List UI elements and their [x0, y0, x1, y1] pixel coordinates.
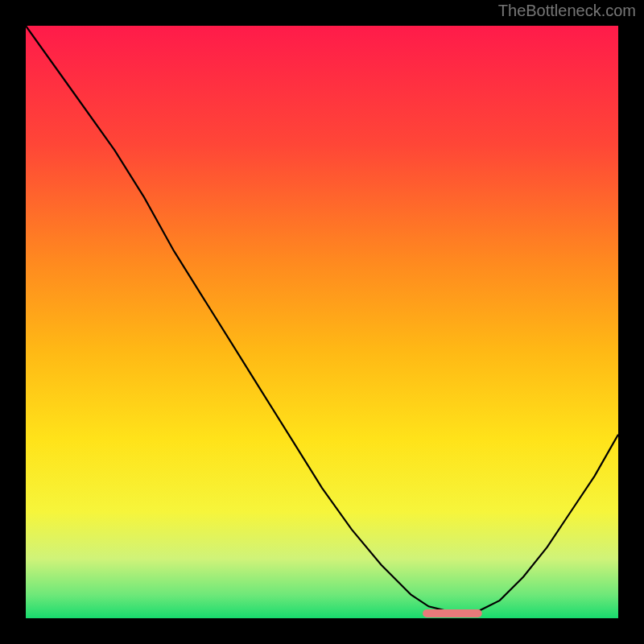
plot-area — [26, 26, 618, 618]
optimal-marker — [423, 609, 482, 617]
curve-layer — [26, 26, 618, 618]
chart-frame: TheBottleneck.com — [0, 0, 644, 644]
bottleneck-curve — [26, 26, 618, 613]
watermark-text: TheBottleneck.com — [498, 2, 636, 20]
